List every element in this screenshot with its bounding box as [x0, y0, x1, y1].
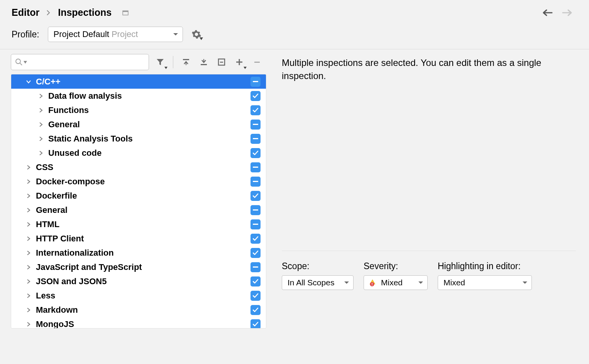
severity-select[interactable]: Mixed — [364, 275, 428, 290]
tree-item[interactable]: Internationalization — [11, 246, 266, 260]
expand-all-icon[interactable] — [179, 56, 193, 69]
tree-item[interactable]: MongoJS — [11, 317, 266, 329]
profile-selected-value: Project Default — [54, 29, 109, 39]
tree-item-checkbox[interactable] — [250, 162, 261, 172]
tree-item[interactable]: Docker-compose — [11, 174, 266, 189]
tree-item-label: HTML — [36, 219, 59, 229]
tree-item[interactable]: Less — [11, 288, 266, 303]
tree-item[interactable]: General — [11, 203, 266, 217]
tree-item-label: Unused code — [48, 148, 102, 158]
svg-rect-12 — [254, 62, 260, 63]
chevron-right-icon[interactable] — [25, 207, 32, 213]
chevron-right-icon[interactable] — [25, 179, 32, 184]
chevron-down-icon — [522, 281, 528, 285]
svg-rect-6 — [201, 64, 207, 65]
profile-label: Profile: — [12, 29, 39, 40]
remove-icon[interactable] — [250, 56, 264, 69]
forward-arrow-icon[interactable] — [561, 8, 573, 17]
tree-item-checkbox[interactable] — [250, 148, 261, 158]
breadcrumb: Editor Inspections — [12, 7, 130, 18]
tree-item-label: Docker-compose — [36, 177, 105, 187]
chevron-right-icon — [46, 10, 51, 16]
tree-item[interactable]: Dockerfile — [11, 189, 266, 203]
tree-item[interactable]: Functions — [11, 103, 266, 117]
tree-item-checkbox[interactable] — [250, 219, 261, 229]
search-field[interactable] — [29, 58, 145, 67]
chevron-right-icon[interactable] — [25, 193, 32, 199]
tree-item[interactable]: HTTP Client — [11, 231, 266, 246]
tree-item-checkbox[interactable] — [250, 276, 261, 286]
chevron-right-icon[interactable] — [25, 322, 32, 327]
chevron-down-icon — [344, 281, 349, 285]
tree-item[interactable]: CSS — [11, 160, 266, 174]
tree-item-checkbox[interactable] — [250, 177, 261, 187]
tree-item-checkbox[interactable] — [250, 319, 261, 329]
tree-item[interactable]: Unused code — [11, 146, 266, 160]
tree-item-checkbox[interactable] — [250, 120, 261, 130]
reset-icon[interactable] — [215, 56, 228, 69]
tree-item-checkbox[interactable] — [250, 262, 261, 272]
chevron-right-icon[interactable] — [37, 93, 44, 99]
chevron-right-icon[interactable] — [25, 236, 32, 241]
tree-item-label: HTTP Client — [36, 234, 84, 244]
inspection-tree[interactable]: C/C++Data flow analysisFunctionsGeneralS… — [11, 74, 266, 329]
tree-item[interactable]: General — [11, 117, 266, 131]
tree-item-checkbox[interactable] — [250, 291, 261, 301]
tree-item[interactable]: JSON and JSON5 — [11, 274, 266, 288]
tree-item-checkbox[interactable] — [250, 234, 261, 244]
chevron-right-icon[interactable] — [25, 250, 32, 256]
tree-item[interactable]: Data flow analysis — [11, 89, 266, 103]
scope-select[interactable]: In All Scopes — [282, 275, 354, 290]
add-icon[interactable] — [233, 56, 246, 69]
highlighting-select[interactable]: Mixed — [438, 275, 532, 290]
severity-label: Severity: — [364, 261, 428, 271]
chevron-right-icon[interactable] — [25, 293, 32, 298]
tree-item-checkbox[interactable] — [250, 105, 261, 115]
tree-item-label: Dockerfile — [36, 191, 77, 201]
tree-item-checkbox[interactable] — [250, 77, 261, 87]
collapse-all-icon[interactable] — [197, 56, 210, 69]
severity-value: Mixed — [381, 278, 403, 287]
chevron-down-icon[interactable] — [25, 80, 32, 84]
tree-item-checkbox[interactable] — [250, 191, 261, 201]
svg-rect-4 — [183, 59, 189, 60]
chevron-right-icon[interactable] — [37, 150, 44, 156]
tree-item-label: C/C++ — [36, 77, 61, 87]
profile-scope-hint: Project — [112, 29, 138, 39]
breadcrumb-parent[interactable]: Editor — [12, 7, 39, 18]
tree-item-label: CSS — [36, 162, 53, 172]
tree-item[interactable]: Static Analysis Tools — [11, 131, 266, 146]
chevron-right-icon[interactable] — [25, 265, 32, 270]
back-arrow-icon[interactable] — [542, 8, 553, 17]
detach-window-icon[interactable] — [122, 10, 130, 16]
chevron-right-icon[interactable] — [37, 136, 44, 142]
search-input[interactable] — [11, 54, 149, 70]
tree-item-checkbox[interactable] — [250, 91, 261, 101]
chevron-right-icon[interactable] — [37, 108, 44, 113]
tree-item-checkbox[interactable] — [250, 134, 261, 144]
chevron-right-icon[interactable] — [25, 307, 32, 313]
highlighting-value: Mixed — [443, 278, 465, 287]
tree-item-checkbox[interactable] — [250, 205, 261, 215]
tree-item-checkbox[interactable] — [250, 248, 261, 258]
chevron-right-icon[interactable] — [25, 279, 32, 284]
tree-item-checkbox[interactable] — [250, 305, 261, 315]
filter-icon[interactable] — [154, 56, 167, 69]
chevron-right-icon[interactable] — [25, 165, 32, 170]
gear-icon[interactable] — [191, 29, 201, 39]
chevron-right-icon[interactable] — [37, 122, 44, 127]
svg-rect-5 — [186, 62, 186, 65]
svg-rect-11 — [236, 62, 242, 63]
profile-select[interactable]: Project Default Project — [48, 27, 183, 42]
svg-rect-1 — [123, 11, 128, 12]
tree-item[interactable]: Markdown — [11, 303, 266, 317]
svg-point-2 — [16, 59, 20, 64]
tree-item-label: Data flow analysis — [48, 91, 122, 101]
tree-item[interactable]: HTML — [11, 217, 266, 231]
svg-rect-9 — [220, 62, 223, 63]
tree-item-label: JSON and JSON5 — [36, 276, 107, 286]
tree-item[interactable]: JavaScript and TypeScript — [11, 260, 266, 274]
svg-rect-7 — [203, 59, 204, 62]
tree-item[interactable]: C/C++ — [11, 74, 266, 89]
chevron-right-icon[interactable] — [25, 222, 32, 227]
